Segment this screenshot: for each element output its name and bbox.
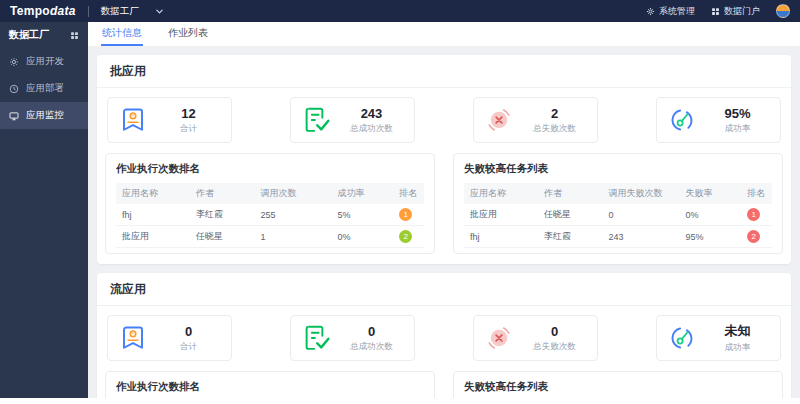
topbar-divider — [88, 6, 89, 17]
system-admin-link[interactable]: 系统管理 — [646, 5, 695, 18]
sidebar-collapse-icon[interactable] — [70, 31, 79, 40]
app-dev-icon — [9, 57, 19, 67]
table-title: 作业执行次数排名 — [116, 380, 424, 394]
stat-label: 总失败次数 — [524, 123, 585, 135]
stat-cards-row: 0合计0总成功次数0总失败次数未知成功率 — [105, 315, 783, 361]
app-logo: Tempodata — [10, 5, 76, 17]
section-title: 批应用 — [97, 55, 791, 88]
column-header: 排名 — [741, 183, 772, 204]
table-cell: 255 — [255, 204, 332, 226]
table-cell: 李红霞 — [190, 204, 255, 226]
column-header: 应用名称 — [116, 183, 190, 204]
table-card-1: 失败较高任务列表应用名称作者调用失败次数失败率排名暂无数据 — [453, 371, 783, 398]
chevron-down-icon — [155, 7, 164, 16]
system-admin-label: 系统管理 — [659, 5, 695, 18]
rank-cell: 1 — [741, 204, 772, 226]
column-header: 应用名称 — [464, 183, 538, 204]
app-deploy-icon — [9, 84, 19, 94]
stat-value: 95% — [707, 106, 768, 121]
column-header: 调用次数 — [255, 183, 332, 204]
table-cell: 0% — [680, 204, 742, 226]
column-header: 排名 — [393, 183, 424, 204]
section-body: 0合计0总成功次数0总失败次数未知成功率作业执行次数排名应用名称作者调用次数成功… — [97, 306, 791, 398]
page-bottom-strip — [0, 398, 800, 404]
table-title: 失败较高任务列表 — [464, 380, 772, 394]
table-cell: 批应用 — [116, 226, 190, 248]
table-row[interactable]: 批应用任晓星00%1 — [464, 204, 772, 226]
section-panel-1: 流应用0合计0总成功次数0总失败次数未知成功率作业执行次数排名应用名称作者调用次… — [97, 273, 791, 398]
main-area: 统计信息作业列表 批应用12合计243总成功次数2总失败次数95%成功率作业执行… — [88, 22, 800, 398]
stat-value: 0 — [524, 324, 585, 339]
stat-card-badge: 0合计 — [107, 315, 232, 361]
section-title: 流应用 — [97, 273, 791, 306]
stat-label: 成功率 — [707, 342, 768, 354]
data-table: 应用名称作者调用失败次数失败率排名批应用任晓星00%1fhj李红霞24395%2 — [464, 183, 772, 248]
logo-light-text: data — [50, 4, 76, 18]
stat-info: 243总成功次数 — [341, 106, 414, 135]
sidebar-header: 数据工厂 — [0, 22, 88, 48]
sidebar-item-label: 应用开发 — [26, 55, 64, 68]
column-header: 成功率 — [332, 183, 394, 204]
data-portal-link[interactable]: 数据门户 — [711, 5, 760, 18]
table-title: 失败较高任务列表 — [464, 162, 772, 176]
table-cell: 0% — [332, 226, 394, 248]
sidebar: 数据工厂 应用开发应用部署应用监控 — [0, 22, 88, 398]
table-card-0: 作业执行次数排名应用名称作者调用次数成功率排名暂无数据 — [105, 371, 435, 398]
system-admin-icon — [646, 7, 655, 16]
rank-badge: 2 — [747, 230, 760, 243]
stat-card-x-circle: 0总失败次数 — [473, 315, 598, 361]
stat-value: 243 — [341, 106, 402, 121]
rank-cell: 1 — [393, 204, 424, 226]
data-portal-icon — [711, 7, 720, 16]
column-header: 失败率 — [680, 183, 742, 204]
table-cell: 0 — [603, 204, 680, 226]
rank-badge: 1 — [747, 208, 760, 221]
stat-value: 2 — [524, 106, 585, 121]
sidebar-item-app-deploy[interactable]: 应用部署 — [0, 75, 88, 102]
stat-info: 2总失败次数 — [524, 106, 597, 135]
stat-label: 总成功次数 — [341, 341, 402, 353]
stat-info: 0总失败次数 — [524, 324, 597, 353]
table-card-1: 失败较高任务列表应用名称作者调用失败次数失败率排名批应用任晓星00%1fhj李红… — [453, 153, 783, 254]
table-row[interactable]: fhj李红霞2555%1 — [116, 204, 424, 226]
stat-value: 0 — [158, 324, 219, 339]
user-avatar[interactable] — [776, 4, 790, 18]
sidebar-item-label: 应用监控 — [26, 109, 64, 122]
rank-cell: 2 — [741, 226, 772, 248]
table-cell: 任晓星 — [538, 204, 603, 226]
stat-card-doc-check: 243总成功次数 — [290, 97, 415, 143]
logo-bold-text: Tempo — [10, 4, 50, 18]
x-circle-icon — [474, 323, 524, 353]
section-body: 12合计243总成功次数2总失败次数95%成功率作业执行次数排名应用名称作者调用… — [97, 88, 791, 264]
column-header: 作者 — [190, 183, 255, 204]
stat-card-badge: 12合计 — [107, 97, 232, 143]
tab-1[interactable]: 作业列表 — [167, 22, 209, 46]
stat-cards-row: 12合计243总成功次数2总失败次数95%成功率 — [105, 97, 783, 143]
stat-card-gauge: 未知成功率 — [656, 315, 781, 361]
stat-value: 未知 — [707, 322, 768, 340]
rank-cell: 2 — [393, 226, 424, 248]
sidebar-item-app-dev[interactable]: 应用开发 — [0, 48, 88, 75]
table-row[interactable]: fhj李红霞24395%2 — [464, 226, 772, 248]
stat-info: 0总成功次数 — [341, 324, 414, 353]
workspace-switcher[interactable]: 数据工厂 — [101, 5, 164, 18]
content-area: 批应用12合计243总成功次数2总失败次数95%成功率作业执行次数排名应用名称作… — [88, 47, 800, 398]
sidebar-item-app-monitor[interactable]: 应用监控 — [0, 102, 88, 129]
stat-label: 总失败次数 — [524, 341, 585, 353]
table-row[interactable]: 批应用任晓星10%2 — [116, 226, 424, 248]
badge-icon — [108, 105, 158, 135]
workspace-name: 数据工厂 — [101, 5, 139, 18]
sidebar-item-label: 应用部署 — [26, 82, 64, 95]
stat-label: 合计 — [158, 341, 219, 353]
data-portal-label: 数据门户 — [724, 5, 760, 18]
tab-0[interactable]: 统计信息 — [101, 22, 143, 46]
table-cell: fhj — [116, 204, 190, 226]
column-header: 调用失败次数 — [603, 183, 680, 204]
stat-label: 合计 — [158, 123, 219, 135]
table-cell: fhj — [464, 226, 538, 248]
table-card-0: 作业执行次数排名应用名称作者调用次数成功率排名fhj李红霞2555%1批应用任晓… — [105, 153, 435, 254]
data-table: 应用名称作者调用次数成功率排名fhj李红霞2555%1批应用任晓星10%2 — [116, 183, 424, 248]
app-monitor-icon — [9, 111, 19, 121]
sidebar-title: 数据工厂 — [9, 28, 49, 42]
stat-label: 总成功次数 — [341, 123, 402, 135]
